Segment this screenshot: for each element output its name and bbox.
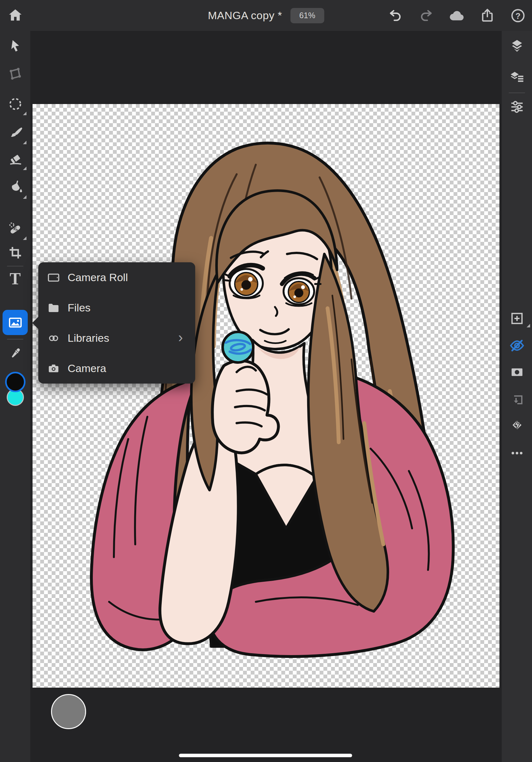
crop-tool[interactable] [0,239,30,267]
primary-color-swatch[interactable] [5,372,26,392]
menu-item-camera-roll[interactable]: Camera Roll [38,262,195,293]
right-toolbar [502,31,532,762]
fill-tool[interactable] [0,174,30,201]
tablet-icon [47,271,60,284]
crop-icon [8,245,23,261]
layer-mask-button[interactable] [502,362,532,382]
document-title: MANGA copy * [208,9,282,22]
home-indicator[interactable] [179,754,352,757]
menu-item-label: Camera Roll [68,271,128,284]
transform-quad-icon [7,66,23,82]
menu-item-label: Camera [68,362,106,375]
more-options-button[interactable] [502,443,532,463]
share-icon [479,8,495,24]
svg-text:?: ? [515,11,520,21]
move-cursor-icon [7,38,23,54]
artboard[interactable] [33,104,499,688]
marquee-ellipse-icon [7,96,23,112]
help-icon: ? [510,7,526,24]
adjustments-icon [509,99,525,115]
eraser-tool[interactable] [0,145,30,173]
heal-tool[interactable] [0,215,30,243]
left-toolbar: T [0,31,30,762]
layer-effects-icon [509,417,525,433]
home-icon [7,7,24,24]
menu-item-label: Files [68,302,91,314]
toolbar-divider [7,339,23,340]
undo-icon [387,8,403,24]
more-icon [509,445,525,461]
image-icon [8,315,23,330]
brush-tool[interactable] [0,119,30,147]
app-screen: MANGA copy * 61% [0,0,532,762]
menu-item-camera[interactable]: Camera [38,353,195,384]
redo-icon [418,8,434,24]
healing-bandage-icon [7,220,24,237]
help-button[interactable]: ? [509,7,527,25]
document-title-group[interactable]: MANGA copy * 61% [208,0,324,31]
canvas-area[interactable] [30,31,502,762]
mask-icon [509,364,525,380]
clip-layer-icon [509,393,525,408]
layer-properties-button[interactable] [502,68,532,87]
tool-options-indicator [527,324,530,327]
layer-visibility-button[interactable] [502,336,532,355]
undo-button[interactable] [386,7,404,25]
canvas-artwork [33,104,499,688]
popup-pointer [32,317,38,329]
place-image-menu: Camera Roll Files Libraries › [38,262,195,384]
cloud-sync-button[interactable] [448,7,466,25]
clip-layer-button[interactable] [502,391,532,410]
tool-options-indicator [23,167,27,170]
touch-shortcut-circle[interactable] [51,694,86,729]
add-layer-button[interactable] [502,309,532,328]
move-tool[interactable] [0,32,30,60]
home-button[interactable] [6,6,25,25]
chevron-right-icon: › [175,322,186,352]
cloud-sync-icon [448,7,465,24]
type-tool[interactable]: T [0,265,30,292]
folder-icon [47,301,60,315]
camera-icon [47,362,60,375]
place-image-tool[interactable] [3,310,28,335]
adjustments-button[interactable] [502,97,532,116]
menu-item-files[interactable]: Files [38,293,195,323]
tool-options-indicator [23,112,27,115]
toolbar-divider [509,93,525,93]
top-bar: MANGA copy * 61% [0,0,532,31]
eyedropper-tool[interactable] [0,340,30,367]
share-button[interactable] [478,7,496,25]
layers-panel-button[interactable] [502,36,532,55]
selection-tool[interactable] [0,90,30,118]
menu-item-label: Libraries [68,332,109,344]
creative-cloud-icon [47,332,60,345]
transform-tool[interactable] [0,60,30,88]
eyedropper-icon [7,345,23,361]
eraser-icon [7,151,23,167]
layers-icon [509,38,525,54]
tool-options-indicator [23,141,27,144]
zoom-level-badge[interactable]: 61% [290,8,324,23]
redo-button[interactable] [417,7,435,25]
paint-bucket-icon [7,180,23,195]
type-icon: T [10,269,21,288]
brush-icon [7,125,24,141]
layer-hidden-icon [509,337,525,354]
layer-properties-icon [509,70,525,86]
tool-options-indicator [23,195,27,199]
menu-item-libraries[interactable]: Libraries › [38,323,195,353]
add-layer-icon [509,311,525,326]
layer-effects-button[interactable] [502,416,532,435]
